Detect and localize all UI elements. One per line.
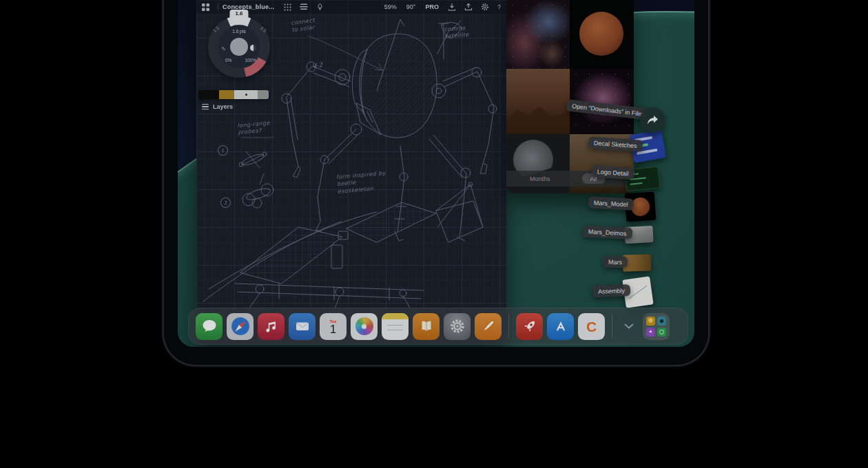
drag-label-mars-model[interactable]: Mars_Model (588, 196, 634, 210)
dock-mail-app[interactable] (289, 313, 316, 340)
active-size-label: 1.6 (229, 10, 248, 21)
swatch-gray[interactable] (258, 90, 269, 99)
mini-app-clock (657, 328, 666, 337)
photo-horsehead-nebula[interactable] (506, 0, 570, 69)
annotation-solar: connectto solar (291, 17, 316, 34)
dock-concepts-app[interactable]: C (578, 313, 605, 340)
dock-messages-app[interactable] (196, 313, 223, 340)
help-button[interactable]: ? (497, 3, 501, 10)
app-store-a-icon (552, 317, 570, 335)
photo-mars-ridge[interactable] (506, 69, 570, 134)
dock-books-app[interactable] (413, 313, 440, 340)
tab-months[interactable]: Months (530, 176, 550, 182)
dock-photos-app[interactable] (351, 313, 378, 340)
ipad-device: Concepts_blue... 59% 90° PRO (164, 0, 708, 365)
toolbar-divider (218, 3, 218, 10)
settings-gear-icon (448, 317, 466, 335)
pen-nib-icon[interactable] (316, 3, 324, 11)
mini-app-camera (657, 317, 666, 326)
tool-wheel-hub[interactable]: 1.6 pts ∿ 0% 100% (217, 25, 261, 69)
annotation-comms: commssatellite (444, 25, 469, 41)
dock-app-store-app[interactable] (547, 313, 574, 340)
mini-app-star: ★ (646, 328, 655, 337)
annotation-probes: long-rangeprobes? (237, 120, 271, 137)
dock-app-library[interactable]: ★ (643, 313, 670, 340)
brush-size-label: 1.6 pts (232, 29, 246, 34)
concepts-c-icon: C (586, 319, 597, 334)
dock-collapse-chevron[interactable] (619, 313, 639, 340)
mini-app-lightbulb (646, 317, 655, 326)
dock-rocket-app[interactable] (516, 313, 543, 340)
layers-button[interactable]: Layers (202, 103, 233, 110)
chevron-down-icon (624, 323, 634, 329)
concepts-app-window: Concepts_blue... 59% 90° PRO (196, 0, 506, 343)
forward-arrow-icon (647, 115, 659, 125)
rotation-angle[interactable]: 90° (406, 3, 416, 10)
swatch-black[interactable] (198, 90, 219, 99)
photos-flower-icon (355, 317, 373, 335)
import-icon[interactable] (448, 3, 456, 11)
ipad-screen: Concepts_blue... 59% 90° PRO (178, 0, 694, 347)
pen-icon (479, 317, 497, 335)
drag-label-mars[interactable]: Mars (603, 256, 628, 268)
music-note-icon (263, 318, 280, 334)
layers-icon (202, 104, 209, 109)
opacity-icon (250, 45, 256, 51)
rocket-icon (521, 317, 539, 335)
zoom-level[interactable]: 59% (384, 3, 397, 10)
notes-yellow-band (382, 313, 409, 319)
photo-mars-globe[interactable] (570, 0, 634, 69)
share-drop-button[interactable] (640, 107, 665, 133)
calendar-day: 1 (330, 323, 336, 336)
dock-notes-app[interactable] (382, 313, 409, 340)
settings-gear-icon[interactable] (481, 3, 489, 11)
app-library-mini-grid: ★ (646, 317, 666, 337)
export-icon[interactable] (464, 3, 473, 11)
tool-wheel[interactable]: 1.6 1.3 3.5 1.6 pts ∿ 0% 100% (208, 16, 270, 78)
dot-grid-icon[interactable] (284, 3, 291, 11)
open-book-icon (418, 318, 435, 334)
photos-app-window: Months All (506, 0, 634, 193)
dock-safari-app[interactable] (227, 313, 254, 340)
safari-compass-icon (230, 316, 251, 337)
pro-badge[interactable]: PRO (425, 3, 439, 10)
layer-stack-icon[interactable] (300, 3, 308, 10)
dock-settings-app[interactable] (444, 313, 471, 340)
workspace-grid-icon[interactable] (202, 3, 209, 11)
mail-envelope-icon (293, 317, 311, 335)
document-title[interactable]: Concepts_blue... (223, 3, 274, 10)
annotation-version: V-2 (311, 61, 323, 71)
dock-music-app[interactable] (258, 313, 285, 340)
layers-label: Layers (213, 103, 233, 110)
dock-divider (612, 315, 612, 338)
opacity-min: 0% (225, 58, 231, 63)
color-swatch-bar[interactable] (198, 90, 269, 99)
swatch-gold[interactable] (219, 90, 234, 99)
opacity-max: 100% (245, 58, 256, 63)
dock-sketch-pen-app[interactable] (475, 313, 502, 340)
annotation-beetle: form inspired bybeetleexoskeleton (336, 170, 387, 195)
smoothing-icon: ∿ (221, 45, 226, 52)
dock: Tue 1 (188, 308, 688, 345)
brush-preview-dab[interactable] (230, 38, 248, 56)
messages-bubble-icon (200, 317, 218, 335)
dock-calendar-app[interactable]: Tue 1 (320, 313, 347, 340)
drag-label-assembly[interactable]: Assembly (592, 284, 631, 297)
swatch-selected-light[interactable] (234, 90, 258, 99)
dock-divider (508, 315, 509, 338)
